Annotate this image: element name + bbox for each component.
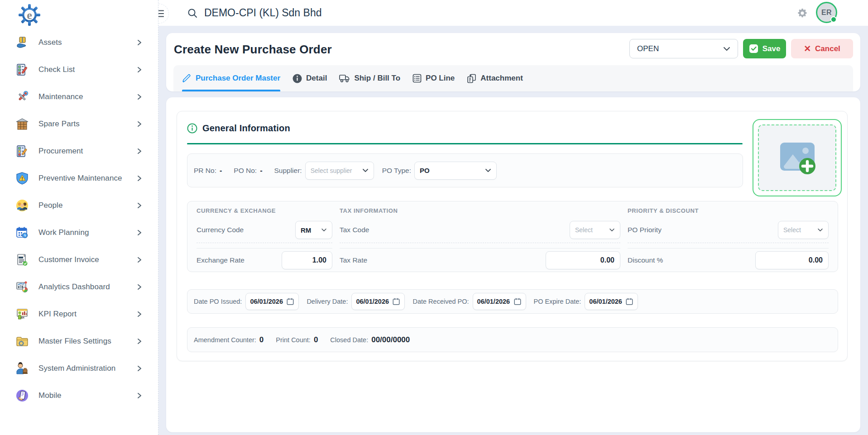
sidebar-item-check-list[interactable]: Check List [0,56,158,83]
amendment-counter-field: Amendment Counter: 0 [194,335,264,344]
discount-value: 0.00 [809,256,823,264]
sidebar-item-label: Mobile [38,391,62,400]
chevron-right-icon [136,39,143,46]
po-no-value: - [260,167,262,175]
chevron-down-icon [321,228,327,232]
chevron-down-icon [817,228,823,232]
sidebar-item-label: KPI Report [38,310,77,319]
settings-gear-icon[interactable] [797,8,808,19]
discount-input[interactable]: 0.00 [755,251,829,269]
po-expire-date-label: PO Expire Date: [534,298,581,305]
po-line-list-icon [412,74,422,83]
exchange-rate-value: 1.00 [312,256,326,264]
kpi-report-icon: KPI [15,307,29,321]
save-button[interactable]: Save [743,39,786,58]
tab-po-line[interactable]: PO Line [412,65,455,91]
closed-date-field: Closed Date: 00/00/0000 [330,335,410,344]
work-planning-icon [15,226,29,239]
po-no-label: PO No: [234,167,257,175]
chevron-right-icon [136,257,143,263]
po-priority-dropdown[interactable]: Select [778,221,829,239]
sidebar-item-master-files-settings[interactable]: Master Files Settings [0,328,158,355]
tax-code-dropdown[interactable]: Select [570,221,620,239]
date-received-po-value: 06/01/2026 [477,298,510,305]
body-card: General Information PR No: - [166,97,860,432]
pr-no-label: PR No: [194,167,216,175]
po-expire-date-value: 06/01/2026 [589,298,622,305]
exchange-rate-label: Exchange Rate [197,256,245,264]
app-logo-gear-icon: e [17,3,42,27]
cancel-x-icon: ✕ [804,44,811,53]
print-count-field: Print Count: 0 [276,335,318,344]
sidebar-item-kpi-report[interactable]: KPI KPI Report [0,301,158,328]
online-status-dot [830,16,837,23]
tax-code-placeholder: Select [575,226,593,234]
sidebar-item-mobile[interactable]: Mobile [0,382,158,409]
po-priority-label: PO Priority [628,226,662,234]
check-list-icon [15,63,29,76]
delivery-date-input[interactable]: 06/01/2026 [351,293,405,310]
closed-date-value: 00/00/0000 [371,335,410,344]
exchange-rate-input[interactable]: 1.00 [282,251,332,269]
svg-text:e: e [27,9,32,22]
avatar-initials: ER [821,9,832,17]
sidebar-item-customer-invoice[interactable]: $ Customer Invoice [0,246,158,273]
status-dropdown[interactable]: OPEN [629,39,738,58]
supplier-label: Supplier: [274,167,302,175]
sidebar-item-procurement[interactable]: Procurement [0,138,158,165]
sidebar-item-work-planning[interactable]: Work Planning [0,219,158,246]
spare-parts-icon [15,117,29,131]
tax-rate-label: Tax Rate [340,256,367,264]
dates-panel: Date PO Issued: 06/01/2026 Delivery Date… [187,289,838,314]
chevron-right-icon [136,229,143,236]
pen-icon [182,74,192,83]
chevron-right-icon [136,202,143,209]
sidebar-item-people[interactable]: People [0,192,158,219]
tab-detail[interactable]: Detail [293,65,327,91]
po-type-dropdown[interactable]: PO [414,162,497,180]
user-avatar[interactable]: ER [816,2,837,23]
chevron-right-icon [136,121,143,127]
tab-label: Detail [306,74,327,83]
po-type-label: PO Type: [382,167,411,175]
chevron-right-icon [136,338,143,344]
tab-ship-bill-to[interactable]: Ship / Bill To [339,65,400,91]
sidebar-item-label: Analytics Dashboard [38,282,110,292]
attachment-pages-icon [467,74,476,83]
tabs-strip: Purchase Order Master Detail Ship / Bill… [173,65,853,91]
sidebar-item-spare-parts[interactable]: Spare Parts [0,110,158,138]
calendar-icon [392,297,400,306]
sidebar-item-label: Maintenance [38,92,83,101]
delivery-date-label: Delivery Date: [307,298,348,305]
sidebar-item-analytics-dashboard[interactable]: Analytics Dashboard [0,273,158,301]
info-icon [293,74,302,83]
image-upload-dropzone[interactable] [753,119,842,196]
sidebar-item-system-administration[interactable]: System Administration [0,355,158,382]
sidebar-item-preventive-maintenance[interactable]: Preventive Maintenance [0,165,158,192]
assets-icon [15,36,29,49]
supplier-dropdown[interactable]: Select supplier [305,162,374,180]
sidebar-item-assets[interactable]: Assets [0,29,158,56]
date-po-issued-input[interactable]: 06/01/2026 [245,293,299,310]
search-icon[interactable] [187,8,197,18]
tax-information-column: TAX INFORMATION Tax Code Select Tax Rate… [340,207,620,272]
po-expire-date-input[interactable]: 06/01/2026 [585,293,638,310]
sidebar-item-label: Work Planning [38,228,89,237]
priority-discount-column: PRIORITY & DISCOUNT PO Priority Select D… [628,207,829,272]
sidebar-item-maintenance[interactable]: Maintenance [0,83,158,110]
mobile-icon [15,389,29,402]
date-received-po-input[interactable]: 06/01/2026 [473,293,526,310]
currency-code-dropdown[interactable]: RM [295,221,332,239]
system-administration-icon [15,362,29,375]
amendment-counter-value: 0 [259,335,264,344]
tax-column-header: TAX INFORMATION [340,207,620,214]
po-type-field: PO Type: PO [382,162,497,180]
tab-attachment[interactable]: Attachment [467,65,523,91]
calendar-icon [513,297,522,306]
tab-purchase-order-master[interactable]: Purchase Order Master [182,65,280,91]
chevron-right-icon [136,311,143,317]
tax-rate-input[interactable]: 0.00 [546,251,620,269]
people-icon [15,199,29,212]
cancel-button[interactable]: ✕ Cancel [791,39,853,58]
analytics-dashboard-icon [15,280,29,294]
